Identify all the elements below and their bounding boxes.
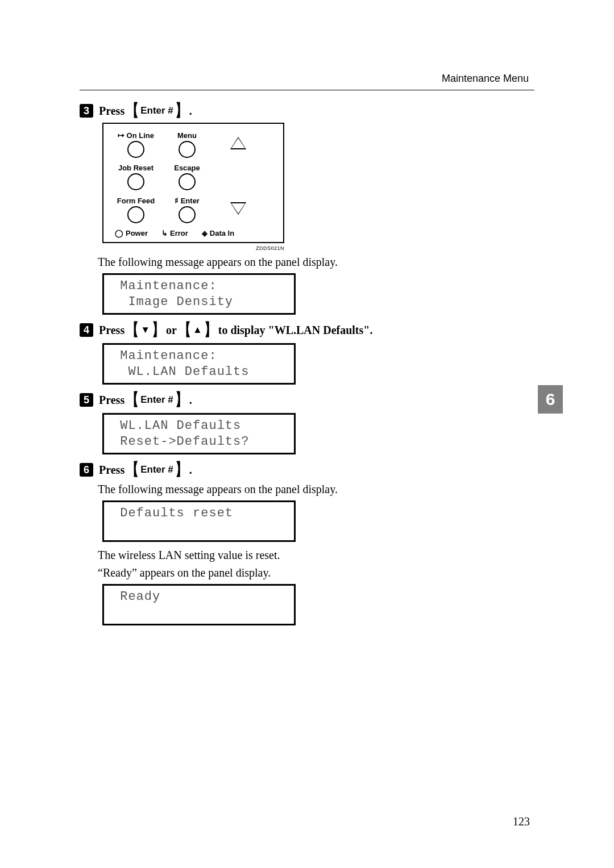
step4-post: to display "WL.LAN Defaults". — [218, 324, 373, 337]
error-icon: ↳ — [161, 229, 168, 237]
bracket-open-icon: 【 — [126, 459, 139, 481]
jobreset-label: Job Reset — [110, 164, 161, 172]
bracket-open-icon: 【 — [126, 319, 139, 341]
lcd-text-4: Defaults reset — [112, 506, 286, 537]
header-section: Maintenance Menu — [442, 73, 529, 85]
datain-icon: ◈ — [202, 229, 208, 237]
menu-label: Menu — [161, 131, 213, 140]
online-button[interactable] — [127, 141, 144, 158]
step6-post: . — [189, 464, 192, 477]
bracket-close-icon: 】 — [151, 319, 165, 341]
chapter-tab: 6 — [538, 385, 563, 414]
up-key-icon: ▲ — [193, 324, 202, 336]
step5-post: . — [189, 394, 192, 407]
lcd-display-4: Defaults reset — [102, 500, 296, 542]
step-5: 5 Press 【 Enter # 】 . — [80, 391, 534, 408]
escape-button[interactable] — [179, 173, 196, 190]
bracket-open-icon: 【 — [178, 319, 192, 341]
lcd-display-2: Maintenance: WL.LAN Defaults — [102, 343, 296, 385]
lcd-display-5: Ready — [102, 584, 296, 625]
jobreset-button[interactable] — [127, 173, 144, 190]
step6-body3: “Ready” appears on the panel display. — [98, 566, 534, 579]
step6-body2: The wireless LAN setting value is reset. — [98, 549, 534, 562]
step-number-5: 5 — [80, 393, 93, 407]
step-number-3: 3 — [80, 104, 93, 118]
online-label: On Line — [127, 131, 154, 140]
hash-icon: ♯ — [175, 196, 179, 205]
lcd-display-3: WL.LAN Defaults Reset->Defaults? — [102, 413, 296, 454]
step-number-4: 4 — [80, 323, 93, 337]
bracket-close-icon: 】 — [175, 100, 188, 122]
step5-pre: Press — [99, 394, 125, 407]
escape-label: Escape — [161, 164, 213, 172]
down-arrow-button[interactable] — [231, 203, 245, 214]
lcd-text-2: Maintenance: WL.LAN Defaults — [112, 348, 286, 379]
enter-button[interactable] — [179, 206, 196, 223]
step6-body1: The following message appears on the pan… — [98, 483, 534, 496]
step3-post: . — [189, 105, 192, 118]
lcd-text-5: Ready — [112, 589, 286, 620]
step-4: 4 Press 【 ▼ 】 or 【 ▲ 】 to display "WL.LA… — [80, 322, 534, 339]
lcd-text-1: Maintenance: Image Density — [112, 278, 286, 310]
step4-pre: Press — [99, 324, 125, 337]
enter-label: Enter — [181, 197, 200, 205]
lcd-display-1: Maintenance: Image Density — [102, 273, 296, 315]
up-arrow-button[interactable] — [231, 138, 245, 148]
power-icon: ◯ — [115, 229, 123, 237]
step3-pre: Press — [99, 105, 125, 118]
formfeed-label: Form Feed — [110, 197, 161, 205]
step6-pre: Press — [99, 464, 125, 477]
lcd-text-3: WL.LAN Defaults Reset->Defaults? — [112, 418, 286, 449]
bracket-open-icon: 【 — [126, 100, 139, 122]
page-number: 123 — [513, 815, 530, 828]
bracket-open-icon: 【 — [126, 389, 139, 411]
step4-mid: or — [166, 324, 177, 337]
error-label: Error — [170, 229, 188, 237]
control-panel-diagram: ↦ On Line Menu Job Reset — [102, 123, 284, 243]
bracket-close-icon: 】 — [204, 319, 217, 341]
datain-label: Data In — [210, 229, 234, 237]
step-3: 3 Press 【 Enter # 】 . — [80, 102, 534, 119]
enter-key-label: Enter # — [140, 464, 173, 475]
step3-body: The following message appears on the pan… — [98, 256, 534, 269]
bracket-close-icon: 】 — [175, 459, 188, 481]
online-icon: ↦ — [118, 131, 125, 140]
formfeed-button[interactable] — [127, 206, 144, 223]
enter-key-label: Enter # — [140, 105, 173, 116]
power-label: Power — [126, 229, 148, 237]
step-number-6: 6 — [80, 463, 93, 477]
bracket-close-icon: 】 — [175, 389, 188, 411]
header-rule — [80, 90, 534, 90]
step-6: 6 Press 【 Enter # 】 . — [80, 461, 534, 478]
down-key-icon: ▼ — [140, 324, 150, 336]
enter-key-label: Enter # — [140, 394, 173, 406]
menu-button[interactable] — [179, 141, 196, 158]
diagram-code: ZDDS021N — [102, 245, 284, 251]
